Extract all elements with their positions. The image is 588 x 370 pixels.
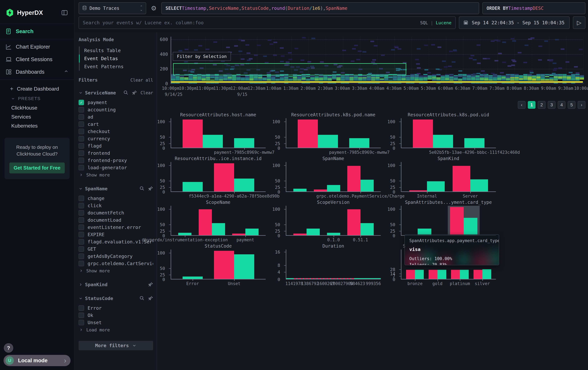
chevron-down-icon[interactable] [79, 296, 83, 300]
preset-item-kubernetes[interactable]: Kubernetes [0, 121, 74, 130]
checkbox-icon[interactable] [79, 203, 84, 208]
bar-group[interactable] [418, 206, 431, 235]
bar-group[interactable] [183, 162, 203, 191]
help-button[interactable]: ? [4, 343, 13, 353]
filter-by-selection-button[interactable]: Filter by Selection [173, 52, 231, 61]
bar-group[interactable] [448, 206, 480, 235]
sidebar-item-search[interactable]: Search [0, 25, 74, 38]
pin-icon[interactable] [148, 296, 153, 301]
search-icon[interactable] [139, 296, 144, 301]
filter-checkbox-row[interactable]: checkout [79, 128, 153, 135]
bar-group[interactable]: 0.1.0 [327, 206, 340, 235]
checkbox-icon[interactable] [79, 225, 84, 230]
checkbox-icon[interactable] [79, 305, 84, 311]
filter-checkbox-row[interactable]: eventListener.error [79, 224, 153, 231]
page-button[interactable]: 4 [558, 101, 566, 109]
analysis-mode-option[interactable]: Event Deltas [79, 55, 153, 63]
chart-plot[interactable]: 100502505e02b5fb-13ae-4296-bbbc-111f423c… [401, 118, 496, 148]
page-button[interactable]: 2 [538, 101, 546, 109]
show-more-button[interactable]: Show more [79, 267, 153, 274]
filter-checkbox-row[interactable]: frontend [79, 150, 153, 157]
checkbox-checked-icon[interactable]: ✓ [79, 100, 84, 105]
checkbox-icon[interactable] [79, 239, 84, 245]
prev-page-button[interactable]: ‹ [518, 101, 525, 109]
bar-group[interactable]: 0.51.1 [347, 206, 374, 235]
bar-group[interactable] [298, 118, 338, 148]
preset-item-clickhouse[interactable]: ClickHouse [0, 103, 74, 112]
show-more-button[interactable]: Load more [79, 326, 153, 333]
search-icon[interactable] [139, 186, 144, 192]
filter-checkbox-row[interactable]: grpc.oteldemo.CartServic… [79, 260, 153, 267]
chart-plot[interactable]: 10050250f5344ec9-a1ea-4290-a62a-78f5bee8… [171, 162, 266, 192]
checkbox-icon[interactable] [79, 313, 84, 318]
page-button[interactable]: 1 [528, 101, 536, 109]
sql-select-input[interactable]: SELECT Timestamp, ServiceName, StatusCod… [161, 2, 479, 14]
filter-checkbox-row[interactable]: ad [79, 113, 153, 120]
chart-plot[interactable]: 10050250grpc.oteldemo.PaymentService/Cha… [286, 162, 381, 192]
analysis-mode-option[interactable]: Results Table [79, 47, 153, 55]
sql-orderby-input[interactable]: ORDER BY Timestamp DESC [482, 2, 585, 14]
chart-plot[interactable]: 10050250InternalServer [401, 162, 496, 192]
filter-group-name[interactable]: SpanKind [85, 282, 107, 287]
bar-group[interactable] [293, 162, 306, 191]
pin-icon[interactable] [148, 282, 153, 288]
filter-checkbox-row[interactable]: flagd [79, 142, 153, 150]
chart-plot[interactable]: 10050250ErrorUnset [171, 250, 266, 280]
sidebar-item-dashboards[interactable]: Dashboards [0, 66, 74, 78]
bar-group[interactable]: Server [452, 162, 488, 191]
bar-group[interactable] [413, 118, 453, 148]
bar-group[interactable]: grpc.oteldemo.PaymentService/Charge [347, 162, 374, 191]
show-more-button[interactable]: Show more [79, 171, 153, 179]
filter-group-name[interactable]: ServiceName [85, 90, 116, 96]
clear-all-button[interactable]: Clear all [130, 78, 153, 82]
chevron-down-icon[interactable] [79, 91, 83, 95]
checkbox-icon[interactable] [79, 158, 84, 163]
filter-checkbox-row[interactable]: load-generator [79, 164, 153, 171]
run-query-button[interactable]: ▷ [573, 16, 585, 29]
checkbox-icon[interactable] [79, 121, 84, 127]
bar-group[interactable]: @hyperdx/instrumentation-exception [178, 206, 191, 235]
chart-plot[interactable]: 100502500.1.00.51.1 [286, 206, 381, 236]
checkbox-icon[interactable] [79, 150, 84, 156]
filter-checkbox-row[interactable]: documentFetch [79, 209, 153, 216]
filter-checkbox-row[interactable]: ✓payment [79, 99, 153, 106]
filter-checkbox-row[interactable]: currency [79, 135, 153, 142]
filter-checkbox-row[interactable]: Error [79, 304, 153, 312]
checkbox-icon[interactable] [79, 129, 84, 134]
bar-group[interactable] [293, 206, 320, 235]
bar-group[interactable]: Unset [214, 250, 254, 279]
filter-checkbox-row[interactable]: Ok [79, 312, 153, 319]
preset-item-services[interactable]: Services [0, 112, 74, 121]
filter-checkbox-row[interactable]: Unset [79, 319, 153, 326]
filter-checkbox-row[interactable]: change [79, 195, 153, 202]
bar-group[interactable] [314, 162, 340, 191]
bar-group[interactable]: Error [183, 250, 203, 279]
sidebar-item-client-sessions[interactable]: Client Sessions [0, 53, 74, 66]
filter-checkbox-row[interactable]: documentLoad [79, 216, 153, 224]
more-filters-button[interactable]: More filters [79, 341, 153, 350]
checkbox-icon[interactable] [79, 253, 84, 259]
pin-icon[interactable] [132, 90, 137, 96]
bar-group[interactable]: payment [232, 206, 259, 235]
checkbox-icon[interactable] [79, 136, 84, 141]
pin-icon[interactable] [148, 186, 153, 192]
checkbox-icon[interactable] [79, 196, 84, 201]
clear-group-button[interactable]: Clear [141, 90, 153, 95]
page-button[interactable]: 3 [548, 101, 556, 109]
chevron-down-icon[interactable] [79, 187, 83, 191]
analysis-mode-option[interactable]: Event Patterns [79, 63, 153, 71]
filter-checkbox-row[interactable]: click [79, 202, 153, 209]
bar-group[interactable]: 5e02b5fb-13ae-4296-bbbc-111f423c460d [464, 118, 484, 148]
bar-group[interactable]: Internal [409, 162, 445, 191]
bar-group[interactable]: f5344ec9-a1ea-4290-a62a-78f5bee8d90b [214, 162, 254, 191]
bar-group[interactable] [199, 206, 225, 235]
chart-plot[interactable]: 10050250@hyperdx/instrumentation-excepti… [171, 206, 266, 236]
events-heatmap[interactable]: 6004002000Filter by Selection [171, 37, 583, 84]
filter-group-name[interactable]: SpanName [85, 186, 107, 191]
filter-checkbox-row[interactable]: GET [79, 245, 153, 253]
chart-plot[interactable]: 10050250 [401, 206, 496, 236]
get-started-button[interactable]: Get Started for Free [9, 162, 65, 173]
page-button[interactable]: 5 [568, 101, 576, 109]
bar-group[interactable]: payment-7985c8969c-mwmw7 [234, 118, 254, 148]
sidebar-collapse-icon[interactable] [61, 9, 69, 17]
